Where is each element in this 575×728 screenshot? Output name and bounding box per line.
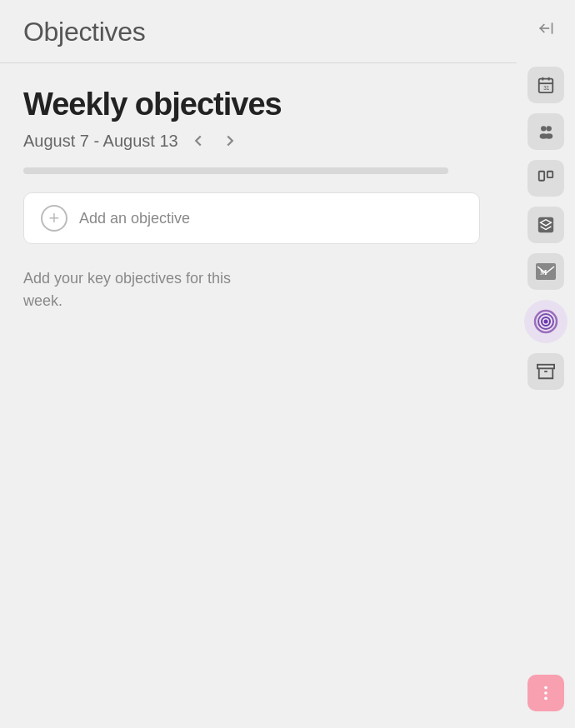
svg-point-7 (541, 126, 546, 131)
add-objective-button[interactable]: + Add an objective (23, 192, 480, 244)
gmail-icon-button[interactable]: M (528, 253, 564, 290)
layers-icon-button[interactable] (528, 207, 564, 243)
add-objective-label: Add an objective (79, 210, 190, 227)
svg-point-19 (544, 320, 548, 324)
content-area: Weekly objectives August 7 - August 13 +… (0, 63, 517, 728)
people-icon-button[interactable] (528, 113, 564, 150)
svg-point-23 (544, 686, 548, 690)
sidebar-collapse-button[interactable] (531, 13, 561, 43)
svg-point-8 (546, 126, 551, 131)
sidebar: 31 M (517, 0, 575, 728)
svg-point-10 (545, 133, 552, 138)
svg-text:M: M (540, 268, 548, 277)
header: Objectives (0, 0, 517, 63)
page-title: Objectives (23, 17, 493, 47)
week-navigation: August 7 - August 13 (23, 129, 493, 152)
svg-text:31: 31 (543, 85, 550, 91)
main-panel: Objectives Weekly objectives August 7 - … (0, 0, 517, 728)
more-icon-button[interactable] (528, 675, 564, 711)
progress-bar-container (23, 167, 448, 174)
objectives-icon-button[interactable] (524, 300, 568, 343)
archive-icon-button[interactable] (528, 353, 564, 390)
svg-rect-11 (539, 172, 544, 181)
prev-week-button[interactable] (187, 129, 210, 152)
board-icon-button[interactable] (528, 160, 564, 197)
svg-point-22 (544, 691, 548, 695)
empty-state-text: Add your key objectives for this week. (23, 267, 257, 312)
plus-icon: + (41, 205, 68, 232)
week-date-range: August 7 - August 13 (23, 132, 178, 151)
calendar-icon-button[interactable]: 31 (528, 67, 564, 103)
svg-rect-20 (538, 365, 554, 369)
next-week-button[interactable] (218, 129, 242, 152)
svg-rect-12 (548, 172, 552, 177)
svg-point-24 (544, 697, 548, 701)
weekly-objectives-title: Weekly objectives (23, 87, 493, 122)
